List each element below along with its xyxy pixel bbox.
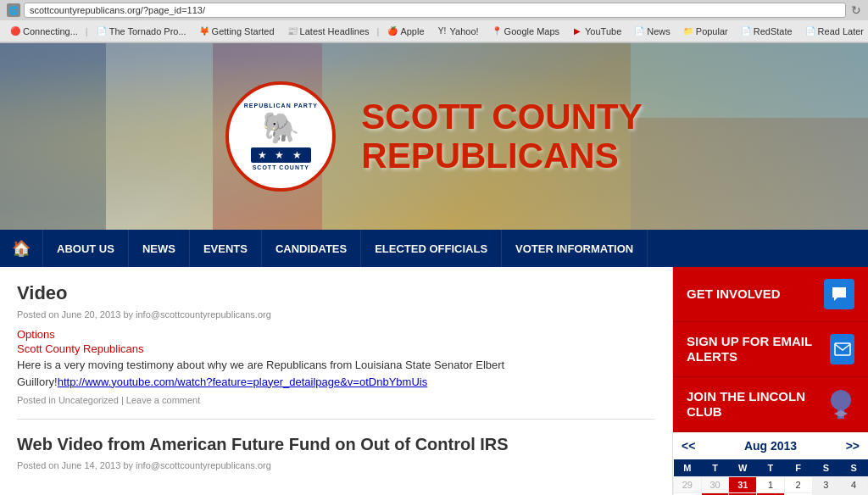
nav-bar: 🏠 ABOUT US NEWS EVENTS CANDIDATES ELECTE… [0, 230, 868, 267]
nav-news[interactable]: NEWS [129, 230, 190, 267]
get-involved-label: GET INVOLVED [687, 286, 781, 302]
favicon-icon: 🌐 [7, 3, 20, 17]
browser-titlebar: 🌐 ↻ [0, 0, 868, 20]
cal-day-header-s1: S [812, 459, 840, 477]
site-title: SCOTT COUNTY REPUBLICANS [361, 97, 642, 175]
bookmark-tornado[interactable]: 📄 The Tornado Pro... [92, 24, 191, 39]
bookmark-youtube[interactable]: ▶ YouTube [567, 24, 626, 39]
calendar-day[interactable]: 30 [701, 477, 729, 493]
header-content: REPUBLICAN PARTY 🐘 ★ ★ ★ SCOTT COUNTY SC… [0, 43, 868, 230]
nav-events[interactable]: EVENTS [190, 230, 262, 267]
bookmark-redstate[interactable]: 📄 RedState [736, 24, 797, 39]
bookmark-connecting[interactable]: 🔴 Connecting... [5, 24, 82, 39]
nav-home-button[interactable]: 🏠 [0, 230, 43, 267]
bookmarks-bar: 🔴 Connecting... | 📄 The Tornado Pro... 🦊… [0, 20, 868, 42]
bookmark-yahoo[interactable]: Y! Yahoo! [432, 24, 483, 39]
browser-chrome: 🌐 ↻ 🔴 Connecting... | 📄 The Tornado Pro.… [0, 0, 868, 43]
nav-voter-information[interactable]: VOTER INFORMATION [502, 230, 648, 267]
calendar: << Aug 2013 >> M T W T F S S [673, 432, 868, 495]
calendar-day[interactable]: 31 [729, 477, 757, 493]
bookmark-popular[interactable]: 📁 Popular [678, 24, 732, 39]
website: REPUBLICAN PARTY 🐘 ★ ★ ★ SCOTT COUNTY SC… [0, 43, 868, 495]
site-header: REPUBLICAN PARTY 🐘 ★ ★ ★ SCOTT COUNTY SC… [0, 43, 868, 230]
post-organization-link[interactable]: Scott County Republicans [17, 342, 655, 355]
bookmark-latest-headlines[interactable]: 📰 Latest Headlines [282, 24, 374, 39]
post-youtube-link[interactable]: http://www.youtube.com/watch?feature=pla… [58, 375, 427, 388]
main-content: Video Posted on June 20, 2013 by info@sc… [0, 267, 868, 495]
calendar-grid: M T W T F S S 29303112345678910111213141… [673, 459, 868, 495]
svg-point-1 [831, 390, 851, 410]
email-alerts-label: SIGN UP FOR EMAIL ALERTS [687, 334, 830, 364]
calendar-prev[interactable]: << [682, 439, 695, 453]
cal-day-header-f: F [784, 459, 812, 477]
post-divider [17, 419, 655, 420]
post-title-2: Web Video from American Future Fund on O… [17, 433, 655, 455]
calendar-header: << Aug 2013 >> [673, 432, 868, 459]
svg-marker-3 [834, 410, 848, 417]
post-web-video: Web Video from American Future Fund on O… [17, 433, 655, 470]
bookmark-google-maps[interactable]: 📍 Google Maps [487, 24, 564, 39]
calendar-day[interactable]: 29 [674, 477, 702, 493]
logo-inner: REPUBLICAN PARTY 🐘 ★ ★ ★ SCOTT COUNTY [244, 103, 318, 170]
sidebar: GET INVOLVED SIGN UP FOR EMAIL ALERTS [673, 267, 868, 495]
chat-icon [824, 279, 854, 309]
post-footer: Posted in Uncategorized | Leave a commen… [17, 395, 655, 405]
post-options-link[interactable]: Options [17, 328, 655, 341]
logo-text-top: REPUBLICAN PARTY [244, 103, 318, 108]
calendar-month-year: Aug 2013 [744, 439, 797, 453]
svg-rect-0 [835, 343, 850, 355]
calendar-day[interactable]: 2 [784, 477, 812, 493]
nav-about-us[interactable]: ABOUT US [43, 230, 129, 267]
post-title: Video [17, 282, 655, 304]
post-meta-2: Posted on June 14, 2013 by info@scottcou… [17, 460, 655, 470]
post-video: Video Posted on June 20, 2013 by info@sc… [17, 282, 655, 405]
party-logo[interactable]: REPUBLICAN PARTY 🐘 ★ ★ ★ SCOTT COUNTY [225, 81, 336, 192]
nav-candidates[interactable]: CANDIDATES [262, 230, 361, 267]
url-bar[interactable] [24, 3, 846, 18]
content-area: Video Posted on June 20, 2013 by info@sc… [0, 267, 673, 495]
post-body: Here is a very moving testimony about wh… [17, 357, 655, 390]
bookmark-favicon: 🔴 [9, 25, 21, 37]
bookmark-read-later[interactable]: 📄 Read Later [800, 24, 868, 39]
bookmark-getting-started[interactable]: 🦊 Getting Started [194, 24, 279, 39]
logo-text-bottom: SCOTT COUNTY [253, 164, 309, 170]
badge-icon [827, 389, 854, 420]
elephant-icon: 🐘 [262, 110, 300, 146]
calendar-day[interactable]: 3 [812, 477, 840, 493]
bookmark-apple[interactable]: 🍎 Apple [382, 24, 428, 39]
reload-icon[interactable]: ↻ [851, 3, 861, 17]
cal-day-header-w: W [729, 459, 757, 477]
cal-day-header-t2: T [757, 459, 785, 477]
post-meta: Posted on June 20, 2013 by info@scottcou… [17, 309, 655, 320]
mail-icon [830, 334, 854, 364]
calendar-next[interactable]: >> [846, 439, 860, 453]
cal-day-header-s2: S [840, 459, 868, 477]
sidebar-email-alerts[interactable]: SIGN UP FOR EMAIL ALERTS [673, 322, 868, 377]
sidebar-lincoln-club[interactable]: JOIN THE LINCOLN CLUB [673, 377, 868, 432]
calendar-day[interactable]: 1 [757, 477, 785, 493]
cal-day-header-m: M [674, 459, 702, 477]
sidebar-get-involved[interactable]: GET INVOLVED [673, 267, 868, 322]
bookmark-news[interactable]: 📄 News [629, 24, 675, 39]
cal-day-header-t1: T [701, 459, 729, 477]
lincoln-club-label: JOIN THE LINCOLN CLUB [687, 389, 827, 420]
logo-stars: ★ ★ ★ [251, 147, 311, 163]
nav-elected-officials[interactable]: ELECTED OFFICIALS [361, 230, 502, 267]
calendar-day[interactable]: 4 [840, 477, 868, 493]
